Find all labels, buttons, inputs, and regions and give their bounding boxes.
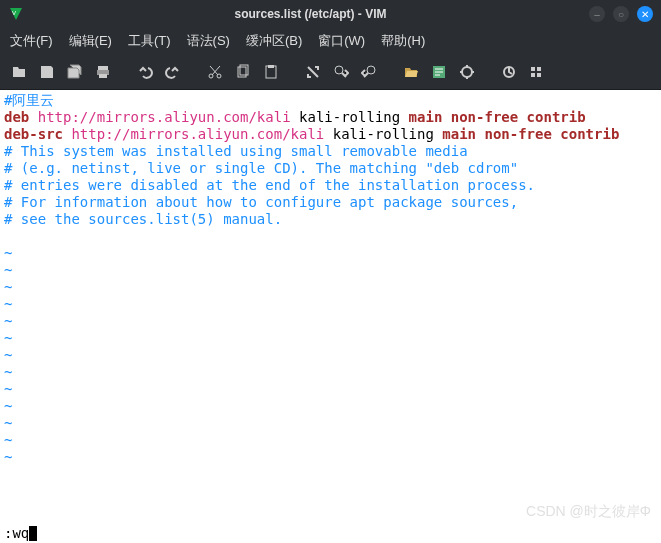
findnext-icon[interactable] [328,59,354,85]
toolbar [0,54,661,90]
empty-line-tilde: ~ [4,330,657,347]
empty-line-tilde: ~ [4,449,657,466]
code-line: # (e.g. netinst, live or single CD). The… [4,160,657,177]
svg-rect-18 [537,73,541,77]
svg-rect-17 [537,67,541,71]
window-title: sources.list (/etc/apt) - VIM [32,7,589,21]
empty-line-tilde: ~ [4,364,657,381]
empty-line-tilde: ~ [4,415,657,432]
menu-help[interactable]: 帮助(H) [375,30,431,52]
svg-rect-15 [531,67,535,71]
empty-line-tilde: ~ [4,313,657,330]
minimize-icon[interactable]: – [589,6,605,22]
shell-icon[interactable] [496,59,522,85]
empty-line-tilde: ~ [4,262,657,279]
menu-tools[interactable]: 工具(T) [122,30,177,52]
findprev-icon[interactable] [356,59,382,85]
menu-buffers[interactable]: 缓冲区(B) [240,30,308,52]
paste-icon[interactable] [258,59,284,85]
command-text: :wq [4,525,29,541]
menu-edit[interactable]: 编辑(E) [63,30,118,52]
empty-line-tilde: ~ [4,279,657,296]
cursor [29,526,37,541]
session-icon[interactable] [398,59,424,85]
svg-text:V: V [12,10,16,16]
code-line: deb-src http://mirrors.aliyun.com/kali k… [4,126,657,143]
titlebar: V sources.list (/etc/apt) - VIM – ○ ✕ [0,0,661,28]
empty-line-tilde: ~ [4,398,657,415]
tags-icon[interactable] [524,59,550,85]
code-line: #阿里云 [4,92,657,109]
empty-line-tilde: ~ [4,381,657,398]
cut-icon[interactable] [202,59,228,85]
svg-point-14 [462,67,472,77]
svg-rect-16 [531,73,535,77]
code-line: # entries were disabled at the end of th… [4,177,657,194]
code-line: # This system was installed using small … [4,143,657,160]
empty-line-tilde: ~ [4,245,657,262]
empty-line-tilde: ~ [4,347,657,364]
command-line[interactable]: :wq [0,523,661,543]
replace-icon[interactable] [300,59,326,85]
svg-rect-2 [98,66,108,70]
code-line: # see the sources.list(5) manual. [4,211,657,228]
empty-line-tilde: ~ [4,432,657,449]
menu-window[interactable]: 窗口(W) [312,30,371,52]
menu-file[interactable]: 文件(F) [4,30,59,52]
redo-icon[interactable] [160,59,186,85]
save-icon[interactable] [34,59,60,85]
maximize-icon[interactable]: ○ [613,6,629,22]
empty-line-tilde: ~ [4,296,657,313]
vim-icon: V [8,6,24,22]
code-line: deb http://mirrors.aliyun.com/kali kali-… [4,109,657,126]
close-icon[interactable]: ✕ [637,6,653,22]
editor-area[interactable]: #阿里云deb http://mirrors.aliyun.com/kali k… [0,90,661,523]
code-line: # For information about how to configure… [4,194,657,211]
menu-syntax[interactable]: 语法(S) [181,30,236,52]
svg-rect-4 [99,74,107,78]
saveall-icon[interactable] [62,59,88,85]
make-icon[interactable] [454,59,480,85]
svg-point-11 [335,66,343,74]
window-controls: – ○ ✕ [589,6,653,22]
print-icon[interactable] [90,59,116,85]
svg-point-12 [367,66,375,74]
copy-icon[interactable] [230,59,256,85]
svg-rect-10 [268,65,274,68]
script-icon[interactable] [426,59,452,85]
menubar: 文件(F) 编辑(E) 工具(T) 语法(S) 缓冲区(B) 窗口(W) 帮助(… [0,28,661,54]
open-icon[interactable] [6,59,32,85]
undo-icon[interactable] [132,59,158,85]
